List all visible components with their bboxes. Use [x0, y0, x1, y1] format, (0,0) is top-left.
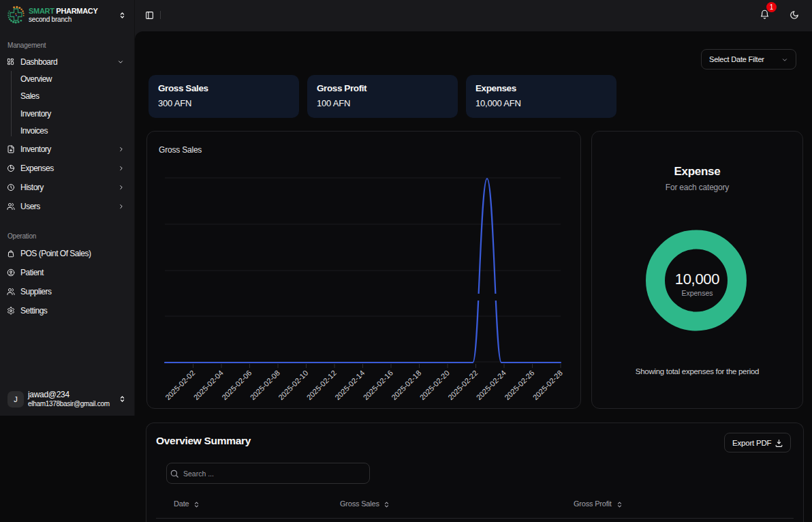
svg-text:2025-02-14: 2025-02-14 [333, 369, 366, 401]
svg-text:2025-02-06: 2025-02-06 [220, 369, 253, 401]
svg-text:2025-02-08: 2025-02-08 [249, 369, 281, 401]
svg-text:2025-02-26: 2025-02-26 [503, 369, 535, 401]
svg-text:2025-02-04: 2025-02-04 [192, 369, 225, 401]
svg-text:2025-02-12: 2025-02-12 [305, 369, 338, 401]
svg-text:2025-02-20: 2025-02-20 [418, 369, 451, 401]
svg-text:2025-02-28: 2025-02-28 [531, 369, 564, 401]
svg-text:2025-02-18: 2025-02-18 [390, 369, 422, 401]
svg-text:2025-02-02: 2025-02-02 [163, 369, 196, 401]
svg-text:2025-02-22: 2025-02-22 [446, 369, 479, 401]
svg-text:2025-02-24: 2025-02-24 [475, 369, 507, 401]
svg-text:2025-02-16: 2025-02-16 [362, 369, 394, 401]
svg-text:2025-02-10: 2025-02-10 [277, 369, 309, 401]
